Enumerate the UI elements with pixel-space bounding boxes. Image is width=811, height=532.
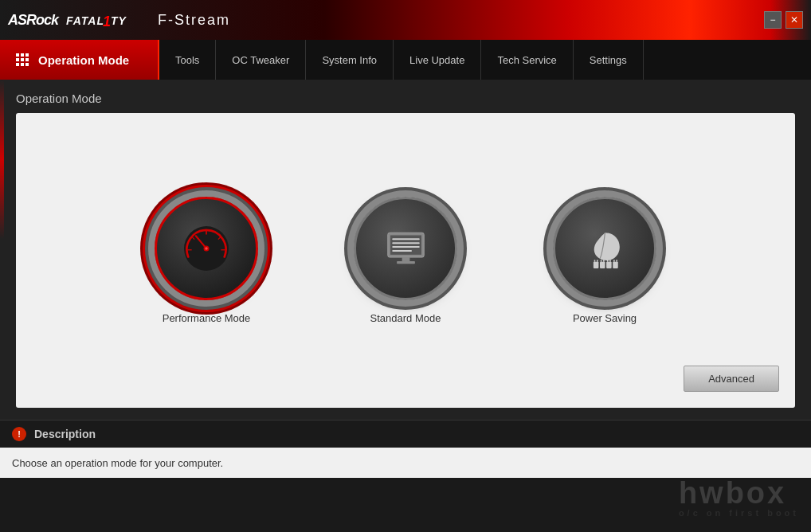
nav-tab-oc-tweaker[interactable]: OC Tweaker xyxy=(216,40,306,80)
title-bar-controls: − ✕ xyxy=(764,11,803,29)
app-title: F-Stream xyxy=(158,12,230,29)
standard-mode-label: Standard Mode xyxy=(370,312,441,324)
bottom-section: ! Description Choose an operation mode f… xyxy=(0,420,811,522)
svg-rect-13 xyxy=(390,235,421,254)
description-content: Choose an operation mode for your comput… xyxy=(0,448,811,478)
fatal1ty-logo: FATAL 1 TY xyxy=(66,9,146,31)
minimize-button[interactable]: − xyxy=(764,11,782,29)
nav-tab-live-update[interactable]: Live Update xyxy=(394,40,481,80)
asrock-logo: ASRock xyxy=(8,12,58,29)
nav-active-label: Operation Mode xyxy=(38,53,129,67)
description-text: Choose an operation mode for your comput… xyxy=(12,457,223,469)
nav-tab-system-info[interactable]: System Info xyxy=(306,40,394,80)
power-saving-mode-label: Power Saving xyxy=(573,312,637,324)
nav-tab-tools[interactable]: Tools xyxy=(159,40,216,80)
performance-mode-item[interactable]: Performance Mode xyxy=(155,197,258,324)
hwbox-watermark: hwbox o/c on first boot xyxy=(679,478,799,518)
svg-text:FATAL: FATAL xyxy=(66,14,104,27)
nav-tab-tech-service[interactable]: Tech Service xyxy=(481,40,573,80)
power-saving-icon xyxy=(579,223,631,275)
nav-tab-settings[interactable]: Settings xyxy=(574,40,644,80)
svg-rect-20 xyxy=(593,261,598,268)
title-bar-left: ASRock FATAL 1 TY F-Stream xyxy=(8,9,230,31)
description-icon: ! xyxy=(12,427,26,441)
left-accent-strip xyxy=(0,80,4,239)
speedometer-icon xyxy=(178,221,234,276)
svg-rect-21 xyxy=(600,261,605,268)
standard-mode-item[interactable]: Standard Mode xyxy=(354,197,457,324)
nav-bar: Operation Mode Tools OC Tweaker System I… xyxy=(0,40,811,80)
content-area: Operation Mode xyxy=(0,80,811,420)
description-title: Description xyxy=(34,428,96,440)
grid-icon xyxy=(16,53,29,66)
svg-text:TY: TY xyxy=(111,14,127,27)
power-saving-mode-circle[interactable] xyxy=(553,197,656,300)
svg-rect-19 xyxy=(397,260,415,263)
advanced-button[interactable]: Advanced xyxy=(684,366,779,392)
watermark-area: hwbox o/c on first boot xyxy=(0,478,811,522)
monitor-icon xyxy=(380,223,432,275)
power-saving-mode-item[interactable]: Power Saving xyxy=(553,197,656,324)
performance-mode-circle[interactable] xyxy=(155,197,258,300)
svg-rect-18 xyxy=(402,257,409,261)
title-bar: ASRock FATAL 1 TY F-Stream − ✕ xyxy=(0,0,811,40)
modes-container: Performance Mode xyxy=(32,137,779,392)
standard-mode-circle[interactable] xyxy=(354,197,457,300)
performance-mode-label: Performance Mode xyxy=(163,312,251,324)
svg-rect-23 xyxy=(613,261,618,268)
description-bar: ! Description xyxy=(0,420,811,448)
svg-point-11 xyxy=(205,247,208,250)
section-title: Operation Mode xyxy=(16,92,795,105)
svg-rect-22 xyxy=(606,261,612,268)
close-button[interactable]: ✕ xyxy=(786,11,803,29)
main-panel: Performance Mode xyxy=(16,113,795,408)
nav-operation-mode[interactable]: Operation Mode xyxy=(0,40,159,80)
